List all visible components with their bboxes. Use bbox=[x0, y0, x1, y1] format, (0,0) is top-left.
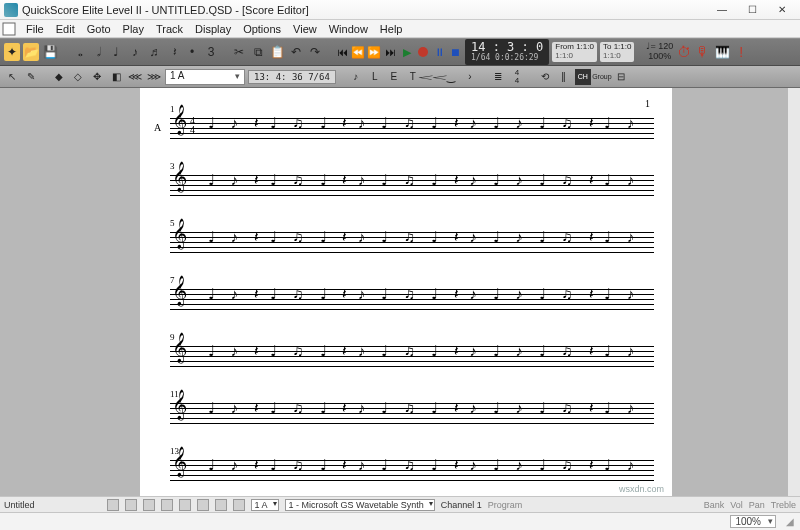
note-row[interactable]: ♩ ♪ 𝄽 ♩ ♫ ♩ 𝄽 ♪ ♩ ♫ ♩ 𝄽 ♪ ♩ ♪ ♩ ♫ 𝄽 ♩ ♪ … bbox=[208, 171, 646, 199]
split-button[interactable]: ⊟ bbox=[613, 69, 629, 85]
dyn-L[interactable]: L bbox=[367, 69, 383, 85]
note-row[interactable]: ♩ ♪ 𝄽 ♩ ♫ ♩ 𝄽 ♪ ♩ ♫ ♩ 𝄽 ♪ ♩ ♪ ♩ ♫ 𝄽 ♩ ♪ … bbox=[208, 399, 646, 427]
strip-trk-sel[interactable]: 1 A bbox=[251, 499, 279, 511]
staff-system[interactable]: 3𝄞♩ ♪ 𝄽 ♩ ♫ ♩ 𝄽 ♪ ♩ ♫ ♩ 𝄽 ♪ ♩ ♪ ♩ ♫ 𝄽 ♩ … bbox=[158, 157, 654, 212]
vertical-scrollbar[interactable] bbox=[788, 88, 800, 496]
staff-system[interactable]: 13𝄞♩ ♪ 𝄽 ♩ ♫ ♩ 𝄽 ♪ ♩ ♫ ♩ 𝄽 ♪ ♩ ♪ ♩ ♫ 𝄽 ♩… bbox=[158, 442, 654, 496]
next-tool[interactable]: ⋙ bbox=[146, 69, 162, 85]
note-row[interactable]: ♩ ♪ 𝄽 ♩ ♫ ♩ 𝄽 ♪ ♩ ♫ ♩ 𝄽 ♪ ♩ ♪ ♩ ♫ 𝄽 ♩ ♪ … bbox=[208, 285, 646, 313]
play-button[interactable]: ▶ bbox=[400, 45, 414, 59]
repeat-button[interactable]: ⟲ bbox=[537, 69, 553, 85]
note-quarter-button[interactable]: ♩ bbox=[108, 43, 124, 61]
mini-btn-8[interactable] bbox=[233, 499, 245, 511]
staff-system[interactable]: 5𝄞♩ ♪ 𝄽 ♩ ♫ ♩ 𝄽 ♪ ♩ ♫ ♩ 𝄽 ♪ ♩ ♪ ♩ ♫ 𝄽 ♩ … bbox=[158, 214, 654, 269]
mini-btn-6[interactable] bbox=[197, 499, 209, 511]
mini-btn-4[interactable] bbox=[161, 499, 173, 511]
note-row[interactable]: ♩ ♪ 𝄽 ♩ ♫ ♩ 𝄽 ♪ ♩ ♫ ♩ 𝄽 ♪ ♩ ♪ ♩ ♫ 𝄽 ♩ ♪ … bbox=[208, 114, 646, 142]
new-button[interactable]: ✦ bbox=[4, 43, 20, 61]
cut-button[interactable]: ✂ bbox=[231, 43, 247, 61]
pencil-tool[interactable]: ✎ bbox=[23, 69, 39, 85]
prev-tool[interactable]: ⋘ bbox=[127, 69, 143, 85]
note-eighth-button[interactable]: ♪ bbox=[127, 43, 143, 61]
staff-system[interactable]: 1A𝄞44♩ ♪ 𝄽 ♩ ♫ ♩ 𝄽 ♪ ♩ ♫ ♩ 𝄽 ♪ ♩ ♪ ♩ ♫ 𝄽… bbox=[158, 100, 654, 155]
stop-button[interactable]: ⏹ bbox=[448, 45, 462, 59]
fastfwd-button[interactable]: ⏩ bbox=[367, 45, 381, 59]
tempo-display[interactable]: ♩= 120 100% bbox=[646, 42, 673, 62]
dyn-E[interactable]: E bbox=[386, 69, 402, 85]
note-row[interactable]: ♩ ♪ 𝄽 ♩ ♫ ♩ 𝄽 ♪ ♩ ♫ ♩ 𝄽 ♪ ♩ ♪ ♩ ♫ 𝄽 ♩ ♪ … bbox=[208, 228, 646, 256]
mini-btn-7[interactable] bbox=[215, 499, 227, 511]
locator-to[interactable]: To 1:1:0 1:1:0 bbox=[600, 42, 634, 62]
staff-system[interactable]: 11𝄞♩ ♪ 𝄽 ♩ ♫ ♩ 𝄽 ♪ ♩ ♫ ♩ 𝄽 ♪ ♩ ♪ ♩ ♫ 𝄽 ♩… bbox=[158, 385, 654, 440]
menu-edit[interactable]: Edit bbox=[50, 22, 81, 36]
menu-track[interactable]: Track bbox=[150, 22, 189, 36]
strip-channel[interactable]: Channel 1 bbox=[441, 500, 482, 510]
menu-view[interactable]: View bbox=[287, 22, 323, 36]
strip-pan[interactable]: Pan bbox=[749, 500, 765, 510]
timesig-button[interactable]: 44 bbox=[509, 69, 525, 85]
staff-system[interactable]: 9𝄞♩ ♪ 𝄽 ♩ ♫ ♩ 𝄽 ♪ ♩ ♫ ♩ 𝄽 ♪ ♩ ♪ ♩ ♫ 𝄽 ♩ … bbox=[158, 328, 654, 383]
note-row[interactable]: ♩ ♪ 𝄽 ♩ ♫ ♩ 𝄽 ♪ ♩ ♫ ♩ 𝄽 ♪ ♩ ♪ ♩ ♫ 𝄽 ♩ ♪ … bbox=[208, 456, 646, 484]
minimize-button[interactable]: — bbox=[708, 2, 736, 18]
arrow-tool[interactable]: ↖ bbox=[4, 69, 20, 85]
strip-bank[interactable]: Bank bbox=[704, 500, 725, 510]
alert-button[interactable]: ! bbox=[733, 43, 749, 61]
rewind-button[interactable]: ⏪ bbox=[351, 45, 365, 59]
note-row[interactable]: ♩ ♪ 𝄽 ♩ ♫ ♩ 𝄽 ♪ ♩ ♫ ♩ 𝄽 ♪ ♩ ♪ ♩ ♫ 𝄽 ♩ ♪ … bbox=[208, 342, 646, 370]
accent-tool[interactable]: › bbox=[462, 69, 478, 85]
resize-grip-icon[interactable]: ◢ bbox=[786, 516, 794, 527]
menu-help[interactable]: Help bbox=[374, 22, 409, 36]
slur-tool[interactable]: ‿ bbox=[443, 69, 459, 85]
paste-button[interactable]: 📋 bbox=[269, 43, 285, 61]
metronome-button[interactable]: ⏱ bbox=[676, 43, 692, 61]
move-tool[interactable]: ✥ bbox=[89, 69, 105, 85]
menu-file[interactable]: File bbox=[20, 22, 50, 36]
note-half-button[interactable]: 𝅗𝅥 bbox=[89, 43, 105, 61]
group-button[interactable]: Group bbox=[594, 69, 610, 85]
note-whole-button[interactable]: 𝅝 bbox=[70, 43, 86, 61]
strip-program[interactable]: Program bbox=[488, 500, 523, 510]
fwd-end-button[interactable]: ⏭ bbox=[383, 45, 397, 59]
menu-display[interactable]: Display bbox=[189, 22, 237, 36]
doc-control-icon[interactable] bbox=[2, 22, 16, 36]
note-sixteenth-button[interactable]: ♬ bbox=[146, 43, 162, 61]
open-button[interactable]: 📂 bbox=[23, 43, 39, 61]
close-button[interactable]: ✕ bbox=[768, 2, 796, 18]
note-rest-button[interactable]: 𝄽 bbox=[165, 43, 181, 61]
redo-button[interactable]: ↷ bbox=[307, 43, 323, 61]
zoom-selector[interactable]: 100% bbox=[730, 515, 776, 528]
hairpin-tool[interactable]: 𝆒𝆒 bbox=[424, 69, 440, 85]
diamond-down-tool[interactable]: ◇ bbox=[70, 69, 86, 85]
menu-goto[interactable]: Goto bbox=[81, 22, 117, 36]
staff-system[interactable]: 7𝄞♩ ♪ 𝄽 ♩ ♫ ♩ 𝄽 ♪ ♩ ♫ ♩ 𝄽 ♪ ♩ ♪ ♩ ♫ 𝄽 ♩ … bbox=[158, 271, 654, 326]
mini-btn-1[interactable] bbox=[107, 499, 119, 511]
mini-btn-3[interactable] bbox=[143, 499, 155, 511]
staff-lines-button[interactable]: ≣ bbox=[490, 69, 506, 85]
menu-options[interactable]: Options bbox=[237, 22, 287, 36]
mini-btn-2[interactable] bbox=[125, 499, 137, 511]
record-button[interactable] bbox=[416, 45, 430, 59]
undo-button[interactable]: ↶ bbox=[288, 43, 304, 61]
track-selector[interactable]: 1 A bbox=[165, 69, 245, 85]
dot-button[interactable]: • bbox=[184, 43, 200, 61]
mic-button[interactable]: 🎙 bbox=[695, 43, 711, 61]
copy-button[interactable]: ⧉ bbox=[250, 43, 266, 61]
barline-button[interactable]: ‖ bbox=[556, 69, 572, 85]
triplet-button[interactable]: 3 bbox=[203, 43, 219, 61]
rewind-start-button[interactable]: ⏮ bbox=[335, 45, 349, 59]
mini-btn-5[interactable] bbox=[179, 499, 191, 511]
strip-treble[interactable]: Treble bbox=[771, 500, 796, 510]
score-page[interactable]: 1 1A𝄞44♩ ♪ 𝄽 ♩ ♫ ♩ 𝄽 ♪ ♩ ♫ ♩ 𝄽 ♪ ♩ ♪ ♩ ♫… bbox=[140, 88, 672, 496]
menu-window[interactable]: Window bbox=[323, 22, 374, 36]
note-palette-button[interactable]: ♪ bbox=[348, 69, 364, 85]
menu-play[interactable]: Play bbox=[117, 22, 150, 36]
strip-device-sel[interactable]: 1 - Microsoft GS Wavetable Synth bbox=[285, 499, 435, 511]
piano-button[interactable]: 🎹 bbox=[714, 43, 730, 61]
save-button[interactable]: 💾 bbox=[42, 43, 58, 61]
locator-from[interactable]: From 1:1:0 1:1:0 bbox=[552, 42, 597, 62]
diamond-up-tool[interactable]: ◆ bbox=[51, 69, 67, 85]
strip-vol[interactable]: Vol bbox=[730, 500, 743, 510]
edit-keys-button[interactable]: CH bbox=[575, 69, 591, 85]
eraser-tool[interactable]: ◧ bbox=[108, 69, 124, 85]
maximize-button[interactable]: ☐ bbox=[738, 2, 766, 18]
